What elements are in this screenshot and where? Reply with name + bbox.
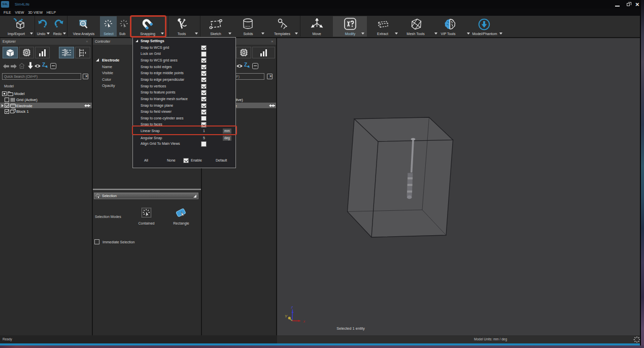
svg-text:Y: Y [285, 314, 288, 319]
svg-text:x: x [302, 319, 305, 323]
svg-text:z: z [290, 305, 293, 309]
